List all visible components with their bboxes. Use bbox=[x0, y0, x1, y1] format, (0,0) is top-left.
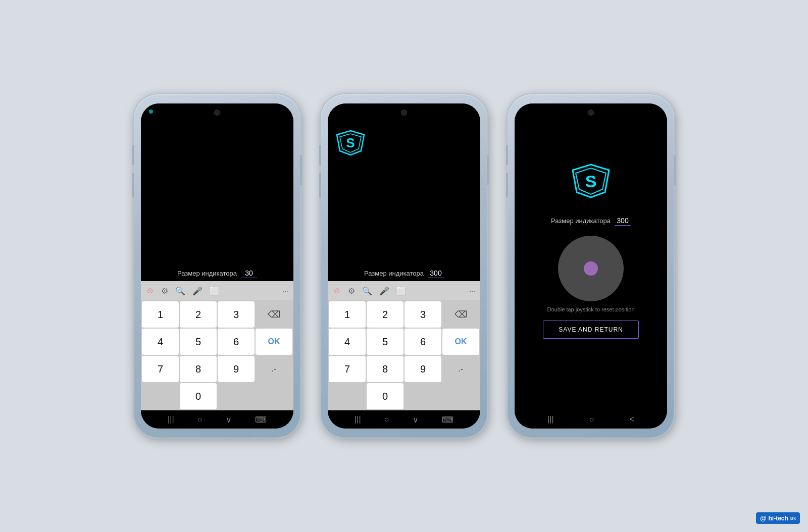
svg-text:S: S bbox=[585, 172, 597, 191]
nav-bar-2: ||| ○ ∨ ⌨ bbox=[328, 410, 480, 429]
emoji-icon-1[interactable]: ☺ bbox=[146, 286, 154, 295]
volume-up-button-3 bbox=[506, 145, 508, 165]
key-empty-left-2 bbox=[329, 383, 366, 409]
screen-3: S Размер индикатора 300 Double tap joyst… bbox=[515, 103, 667, 429]
key-0-2[interactable]: 0 bbox=[367, 383, 403, 409]
indicator-value-3: 300 bbox=[615, 217, 631, 226]
settings-icon-2[interactable]: ⚙ bbox=[348, 286, 355, 296]
more-icon-1[interactable]: ··· bbox=[282, 287, 288, 295]
key-9-2[interactable]: 9 bbox=[405, 356, 441, 382]
joystick-circle[interactable] bbox=[558, 236, 624, 301]
more-icon-2[interactable]: ··· bbox=[469, 287, 475, 295]
key-8-2[interactable]: 8 bbox=[367, 356, 403, 382]
camera-hole-2 bbox=[401, 110, 407, 116]
nav-home-icon-3[interactable]: ○ bbox=[589, 415, 594, 424]
vk-icon: вк bbox=[790, 515, 796, 521]
key-2-2[interactable]: 2 bbox=[367, 301, 403, 328]
nav-bar-3: ||| ○ < bbox=[515, 410, 667, 429]
phone-frame-3: S Размер индикатора 300 Double tap joyst… bbox=[508, 94, 674, 438]
phone-1: Размер индикатора 30 ☺ ⚙ 🔍 🎤 ⬜ ··· 1 bbox=[134, 94, 300, 438]
svg-text:S: S bbox=[346, 135, 355, 150]
indicator-row-3: Размер индикатора 300 bbox=[525, 217, 657, 226]
camera-hole-1 bbox=[214, 110, 220, 116]
key-del-2[interactable]: ⌫ bbox=[442, 301, 479, 328]
key-8-1[interactable]: 8 bbox=[180, 356, 217, 382]
key-5-1[interactable]: 5 bbox=[180, 329, 217, 355]
key-7-1[interactable]: 7 bbox=[142, 356, 179, 382]
key-7-2[interactable]: 7 bbox=[329, 356, 366, 382]
camera-hole-3 bbox=[588, 110, 594, 116]
nav-keyboard-icon-1[interactable]: ⌨ bbox=[255, 415, 267, 424]
key-dash-1[interactable]: .- bbox=[256, 356, 292, 382]
keyboard-1: ☺ ⚙ 🔍 🎤 ⬜ ··· 1 2 3 ⌫ 4 5 6 bbox=[141, 281, 293, 410]
screen-content-1: Размер индикатора 30 ☺ ⚙ 🔍 🎤 ⬜ ··· 1 bbox=[141, 122, 293, 410]
key-3-1[interactable]: 3 bbox=[218, 301, 255, 328]
volume-up-button-2 bbox=[319, 145, 321, 165]
nav-recent-icon-2[interactable]: ||| bbox=[355, 415, 361, 424]
joystick-dot bbox=[584, 261, 598, 276]
superman-logo-center: S bbox=[571, 163, 611, 201]
superman-logo-topleft: S bbox=[336, 130, 365, 162]
volume-down-button-1 bbox=[132, 173, 134, 198]
key-0-1[interactable]: 0 bbox=[180, 383, 217, 409]
phone-3: S Размер индикатора 300 Double tap joyst… bbox=[508, 94, 674, 438]
key-3-2[interactable]: 3 bbox=[405, 301, 441, 328]
nav-recent-icon-1[interactable]: ||| bbox=[168, 415, 174, 424]
top-bar-3 bbox=[515, 103, 667, 122]
key-6-1[interactable]: 6 bbox=[218, 329, 255, 355]
volume-down-button-3 bbox=[506, 173, 508, 198]
phone-frame-2: S Размер индикатора 300 ☺ ⚙ 🔍 🎤 ⬜ bbox=[321, 94, 487, 438]
key-6-2[interactable]: 6 bbox=[405, 329, 441, 355]
clipboard-icon-2[interactable]: ⬜ bbox=[396, 286, 407, 296]
key-1-1[interactable]: 1 bbox=[142, 301, 179, 328]
hitech-badge: @ hi-tech вк bbox=[756, 512, 800, 524]
key-ok-1[interactable]: OK bbox=[256, 329, 292, 355]
hitech-text: hi-tech bbox=[769, 515, 788, 522]
joystick-hint: Double tap joystick to reset position bbox=[547, 306, 634, 312]
key-dash-2[interactable]: .- bbox=[442, 356, 479, 382]
nav-keyboard-icon-2[interactable]: ⌨ bbox=[442, 415, 453, 424]
key-4-1[interactable]: 4 bbox=[142, 329, 179, 355]
key-2-1[interactable]: 2 bbox=[180, 301, 217, 328]
volume-down-button-2 bbox=[319, 173, 321, 198]
nav-recent-icon-3[interactable]: ||| bbox=[547, 415, 553, 424]
key-5-2[interactable]: 5 bbox=[367, 329, 403, 355]
indicator-label-1: Размер индикатора bbox=[177, 270, 237, 277]
power-button-3 bbox=[674, 155, 676, 185]
screen-content-3: S Размер индикатора 300 Double tap joyst… bbox=[515, 122, 667, 410]
nav-bar-1: ||| ○ ∨ ⌨ bbox=[141, 410, 293, 429]
mic-icon-1[interactable]: 🎤 bbox=[192, 286, 203, 296]
status-indicator-1 bbox=[149, 110, 153, 114]
at-symbol: @ bbox=[760, 514, 767, 522]
phone-frame-1: Размер индикатора 30 ☺ ⚙ 🔍 🎤 ⬜ ··· 1 bbox=[134, 94, 300, 438]
joystick-area: Double tap joystick to reset position bbox=[547, 236, 634, 312]
emoji-icon-2[interactable]: ☺ bbox=[333, 286, 341, 295]
save-return-button[interactable]: SAVE AND RETURN bbox=[543, 321, 638, 339]
nav-back-icon-3[interactable]: < bbox=[630, 415, 634, 424]
key-9-1[interactable]: 9 bbox=[218, 356, 255, 382]
search-icon-2[interactable]: 🔍 bbox=[362, 286, 372, 296]
nav-back-icon-2[interactable]: ∨ bbox=[413, 415, 419, 424]
keyboard-toolbar-1: ☺ ⚙ 🔍 🎤 ⬜ ··· bbox=[141, 281, 293, 300]
key-1-2[interactable]: 1 bbox=[329, 301, 366, 328]
nav-back-icon-1[interactable]: ∨ bbox=[226, 415, 232, 424]
screen-content-2: S Размер индикатора 300 ☺ ⚙ 🔍 🎤 ⬜ bbox=[328, 122, 480, 410]
key-empty-right-2 bbox=[405, 383, 441, 409]
key-del-1[interactable]: ⌫ bbox=[256, 301, 292, 328]
key-ok-2[interactable]: OK bbox=[442, 329, 479, 355]
key-4-2[interactable]: 4 bbox=[329, 329, 366, 355]
nav-home-icon-2[interactable]: ○ bbox=[384, 415, 389, 424]
settings-icon-1[interactable]: ⚙ bbox=[161, 286, 168, 296]
search-icon-1[interactable]: 🔍 bbox=[175, 286, 185, 296]
numpad-2: 1 2 3 ⌫ 4 5 6 OK 7 8 9 .- 0 bbox=[328, 300, 480, 410]
nav-home-icon-1[interactable]: ○ bbox=[197, 415, 203, 424]
clipboard-icon-1[interactable]: ⬜ bbox=[210, 286, 220, 296]
phone-2: S Размер индикатора 300 ☺ ⚙ 🔍 🎤 ⬜ bbox=[321, 94, 487, 438]
mic-icon-2[interactable]: 🎤 bbox=[379, 286, 389, 296]
screen-2: S Размер индикатора 300 ☺ ⚙ 🔍 🎤 ⬜ bbox=[328, 103, 480, 429]
indicator-label-3: Размер индикатора bbox=[551, 217, 611, 225]
power-button-1 bbox=[300, 155, 302, 185]
indicator-value-1: 30 bbox=[241, 269, 257, 278]
indicator-row-2: Размер индикатора 300 bbox=[328, 269, 480, 278]
indicator-row-1: Размер индикатора 30 bbox=[141, 269, 293, 278]
